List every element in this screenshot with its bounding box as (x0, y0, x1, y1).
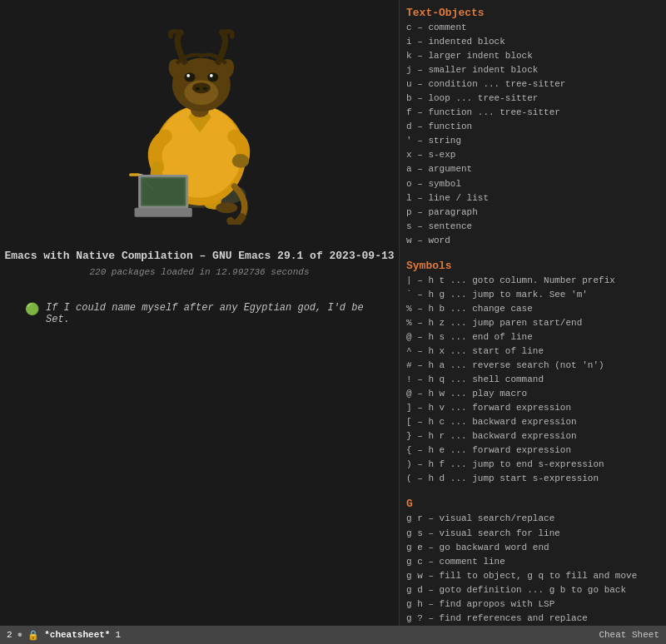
item-line-g-4: g w – fill to object, g q to fill and mo… (406, 569, 659, 583)
item-line-symbols-1: ` – h g ... jump to mark. See 'm' (406, 288, 659, 302)
item-line-g-1: g s – visual search for line (406, 527, 659, 541)
svg-point-21 (210, 74, 213, 77)
item-line-symbols-9: ] – h v ... forward expression (406, 401, 659, 415)
status-label: Cheat Sheet (599, 630, 659, 640)
section-title-text-objects: Text-Objects (406, 7, 659, 19)
svg-point-19 (207, 72, 218, 82)
item-line-symbols-5: ^ – h x ... start of line (406, 344, 659, 359)
item-line-symbols-2: % – h b ... change case (406, 302, 659, 316)
svg-point-15 (191, 82, 210, 93)
item-line-symbols-0: | – h t ... goto column. Number prefix (406, 274, 659, 288)
item-line-g-2: g e – go backward word end (406, 541, 659, 555)
svg-point-17 (202, 87, 207, 91)
status-file-number: 1 (115, 630, 121, 640)
item-line-text-objects-8: ' – string (406, 134, 659, 148)
item-line-symbols-13: ) – h f ... jump to end s-expression (406, 458, 659, 472)
svg-point-18 (184, 72, 195, 82)
gnu-mascot-svg (108, 25, 291, 225)
item-line-text-objects-13: p – paragraph (406, 206, 659, 220)
item-line-text-objects-10: a – argument (406, 162, 659, 176)
item-line-text-objects-2: k – larger indent block (406, 49, 659, 63)
section-title-symbols: Symbols (406, 260, 659, 272)
svg-rect-11 (129, 173, 140, 176)
status-filename: *cheatsheet* (44, 630, 110, 640)
status-left: 2 ● 🔒 *cheatsheet* 1 (7, 630, 121, 641)
item-line-symbols-12: { – h e ... forward expression (406, 443, 659, 458)
item-line-text-objects-4: u – condition ... tree-sitter (406, 77, 659, 92)
section-gap (406, 486, 659, 494)
item-line-text-objects-7: d – function (406, 120, 659, 134)
item-line-text-objects-14: s – sentence (406, 220, 659, 234)
status-bar: 2 ● 🔒 *cheatsheet* 1 Cheat Sheet (0, 626, 666, 644)
item-line-symbols-10: [ – h c ... backward expression (406, 415, 659, 429)
status-lock-icon: 🔒 (27, 630, 39, 641)
item-line-text-objects-9: x – s-exp (406, 148, 659, 162)
right-panel[interactable]: Text-Objects c – comment i – indented bl… (400, 0, 666, 626)
main-content: Emacs with Native Compilation – GNU Emac… (0, 0, 666, 626)
item-line-text-objects-12: l – line / list (406, 191, 659, 206)
item-line-text-objects-5: b – loop ... tree-sitter (406, 92, 659, 106)
item-line-text-objects-11: o – symbol (406, 177, 659, 191)
item-line-symbols-14: ( – h d ... jump start s-expression (406, 472, 659, 486)
item-line-symbols-11: } – h r ... backward expression (406, 429, 659, 443)
quote-text: If I could name myself after any Egyptia… (46, 302, 374, 325)
svg-rect-26 (142, 179, 184, 205)
left-panel: Emacs with Native Compilation – GNU Emac… (0, 0, 400, 626)
section-title-g: G (406, 498, 659, 510)
item-line-text-objects-6: f – function ... tree-sitter (406, 106, 659, 120)
quote-icon: 🟢 (25, 302, 39, 316)
item-line-g-0: g r – visual search/replace (406, 512, 659, 526)
quote-container: 🟢 If I could name myself after any Egypt… (0, 302, 399, 325)
item-line-symbols-7: ! – h q ... shell command (406, 373, 659, 387)
item-line-g-6: g h – find apropos with LSP (406, 597, 659, 612)
svg-point-9 (231, 154, 248, 168)
status-number: 2 (7, 630, 12, 640)
item-line-text-objects-15: w – word (406, 234, 659, 248)
svg-point-16 (195, 87, 200, 91)
status-dot: ● (17, 630, 23, 640)
svg-point-4 (216, 202, 237, 213)
item-line-g-3: g c – comment line (406, 555, 659, 569)
gnu-image (92, 17, 308, 233)
item-line-symbols-8: @ – h w ... play macro (406, 387, 659, 401)
item-line-text-objects-0: c – comment (406, 21, 659, 35)
item-line-symbols-4: @ – h s ... end of line (406, 330, 659, 344)
item-line-g-5: g d – goto definition ... g b to go back (406, 583, 659, 597)
item-line-symbols-6: # – h a ... reverse search (not 'n') (406, 359, 659, 373)
packages-info: 220 packages loaded in 12.992736 seconds (89, 267, 309, 277)
svg-rect-28 (134, 208, 191, 217)
svg-point-20 (186, 74, 190, 77)
item-line-g-7: g ? – find references and replace (406, 612, 659, 626)
section-gap (406, 248, 659, 256)
item-line-text-objects-3: j – smaller indent block (406, 63, 659, 77)
item-line-text-objects-1: i – indented block (406, 35, 659, 49)
item-line-symbols-3: % – h z ... jump paren start/end (406, 316, 659, 330)
emacs-title: Emacs with Native Compilation – GNU Emac… (4, 250, 394, 262)
